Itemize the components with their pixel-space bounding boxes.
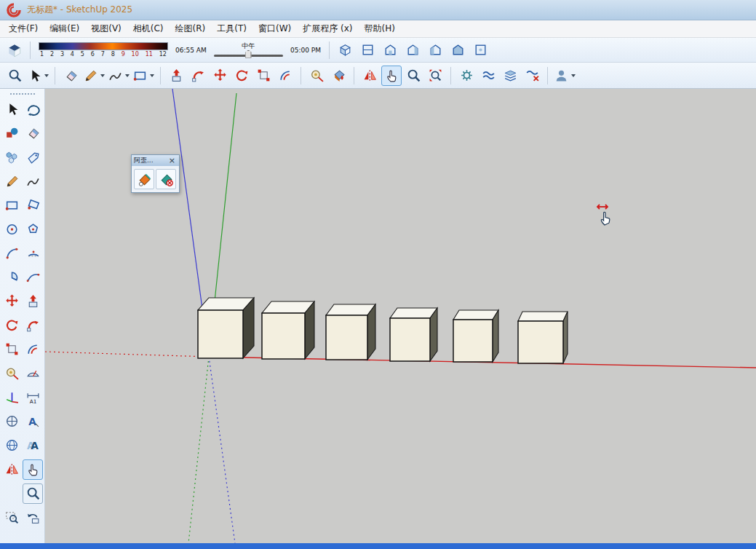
tool-shadows-toggle[interactable] <box>4 40 25 60</box>
tool-two-point-arc[interactable] <box>23 243 43 264</box>
menu-item-0[interactable]: 文件(F) <box>3 20 44 37</box>
tool-3d-text[interactable]: AA <box>23 435 43 456</box>
tool-scale[interactable] <box>1 339 22 360</box>
tool-offset[interactable] <box>275 66 295 86</box>
menu-item-5[interactable]: 工具(T) <box>211 20 252 37</box>
menu-item-8[interactable]: 帮助(H) <box>358 20 400 37</box>
model-box-4[interactable] <box>390 308 437 361</box>
tool-rectangle[interactable] <box>132 66 155 86</box>
tool-scale[interactable] <box>253 66 274 86</box>
tool-push-pull[interactable] <box>166 66 186 86</box>
arc-icon <box>4 245 20 261</box>
tool-section-plane[interactable] <box>1 411 22 432</box>
tool-extension-waves[interactable] <box>478 66 498 86</box>
toolbar-grip[interactable] <box>10 93 35 95</box>
tool-bottom-view[interactable] <box>470 40 490 60</box>
tool-dimension[interactable]: A1 <box>23 387 43 408</box>
tool-protractor[interactable] <box>23 363 43 384</box>
tool-flip[interactable] <box>1 459 22 480</box>
palette-close-button[interactable]: × <box>167 157 177 165</box>
tool-front-view[interactable] <box>380 40 400 60</box>
tool-freehand[interactable] <box>23 171 43 191</box>
tool-move[interactable] <box>210 66 230 86</box>
tool-zoom[interactable] <box>403 66 423 86</box>
tool-back-view[interactable] <box>447 40 468 60</box>
menu-item-4[interactable]: 绘图(R) <box>170 20 212 37</box>
tool-walk[interactable] <box>1 435 22 456</box>
tool-follow-me[interactable] <box>23 315 43 336</box>
tool-components[interactable] <box>1 147 22 167</box>
tool-select[interactable] <box>1 99 22 119</box>
tool-text[interactable]: A <box>23 411 43 432</box>
tool-top-view[interactable] <box>357 40 378 60</box>
model-box-1[interactable] <box>198 298 254 358</box>
tool-tag[interactable] <box>23 147 43 167</box>
tool-drag-hand[interactable] <box>23 459 43 480</box>
palette-title-bar[interactable]: 阿歪... × <box>132 155 179 166</box>
tool-account[interactable] <box>553 66 576 86</box>
tool-extension-layers[interactable] <box>500 66 520 86</box>
drawing-canvas[interactable]: 阿歪... × <box>45 89 756 543</box>
chevron-down-icon[interactable] <box>44 74 49 77</box>
tool-offset[interactable] <box>23 339 43 360</box>
time-slider-handle[interactable] <box>245 50 252 58</box>
tool-iso-view[interactable] <box>335 40 355 60</box>
chevron-down-icon[interactable] <box>150 74 154 77</box>
shadow-date-slider[interactable]: 123456789101112 <box>39 42 168 58</box>
shadow-time-slider[interactable]: 06:55 AM 中午 05:00 PM <box>175 40 321 60</box>
menu-item-1[interactable]: 编辑(E) <box>44 20 85 37</box>
menu-item-3[interactable]: 相机(C) <box>127 20 170 37</box>
tool-orbit[interactable] <box>23 99 43 119</box>
menu-item-2[interactable]: 视图(V) <box>85 20 127 37</box>
tool-polygon[interactable] <box>23 219 43 240</box>
tool-eraser[interactable] <box>23 123 43 143</box>
chevron-down-icon[interactable] <box>571 74 576 77</box>
tool-bezier[interactable] <box>23 267 43 288</box>
tool-tape-measure[interactable] <box>1 363 22 384</box>
tool-drag-hand[interactable] <box>381 66 402 86</box>
tool-zoom-extents[interactable] <box>425 66 445 86</box>
tool-extension-waves-x[interactable] <box>522 66 542 86</box>
plugin-paint-a-button[interactable] <box>134 169 154 189</box>
tool-make-component[interactable] <box>1 123 22 143</box>
tool-extension-gear[interactable] <box>456 66 477 86</box>
chevron-down-icon[interactable] <box>100 74 105 77</box>
model-box-3[interactable] <box>326 304 375 360</box>
tool-freehand[interactable] <box>107 66 130 86</box>
tool-zoom[interactable] <box>23 483 43 504</box>
tool-rotated-rectangle[interactable] <box>23 195 43 216</box>
tool-select[interactable] <box>26 66 49 86</box>
tool-zoom-preview[interactable] <box>4 66 25 86</box>
model-box-2[interactable] <box>262 301 314 359</box>
tool-move[interactable] <box>1 291 22 312</box>
tool-axes[interactable] <box>1 387 22 408</box>
model-box-6[interactable] <box>518 312 568 363</box>
tool-left-view[interactable] <box>425 40 445 60</box>
menu-item-6[interactable]: 窗口(W) <box>252 20 297 37</box>
tool-eraser[interactable] <box>60 66 81 86</box>
tool-push-pull[interactable] <box>23 291 43 312</box>
tool-line[interactable] <box>1 171 22 191</box>
tool-zoom-window[interactable] <box>1 507 22 528</box>
tool-pie[interactable] <box>1 267 22 288</box>
tool-rotate[interactable] <box>1 315 22 336</box>
plugin-paint-b-button[interactable] <box>156 169 176 189</box>
tool-tape-measure[interactable] <box>306 66 327 86</box>
tool-arc[interactable] <box>1 243 22 264</box>
tool-right-view[interactable] <box>402 40 423 60</box>
tool-line[interactable] <box>82 66 106 86</box>
tool-rotate[interactable] <box>231 66 252 86</box>
time-track[interactable]: 中午 <box>212 40 285 60</box>
tool-flip[interactable] <box>359 66 380 86</box>
tool-previous-view[interactable] <box>23 507 43 528</box>
tool-paint-bucket[interactable] <box>328 66 349 86</box>
tool-follow-me[interactable] <box>188 66 208 86</box>
chevron-down-icon[interactable] <box>125 74 130 77</box>
separator <box>30 42 31 59</box>
shadow-date-gradient[interactable] <box>39 42 168 50</box>
tool-rectangle[interactable] <box>1 195 22 216</box>
model-box-5[interactable] <box>453 310 498 362</box>
tool-circle[interactable] <box>1 219 22 240</box>
menu-item-7[interactable]: 扩展程序 (x) <box>297 20 358 37</box>
separator <box>160 67 161 84</box>
